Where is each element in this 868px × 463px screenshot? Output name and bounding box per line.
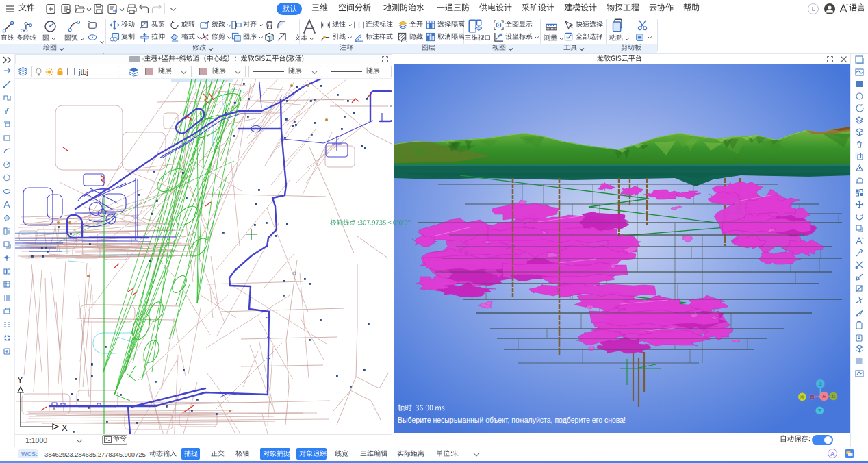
svg-text:Y: Y [17,375,23,385]
svg-text:X: X [62,423,68,433]
